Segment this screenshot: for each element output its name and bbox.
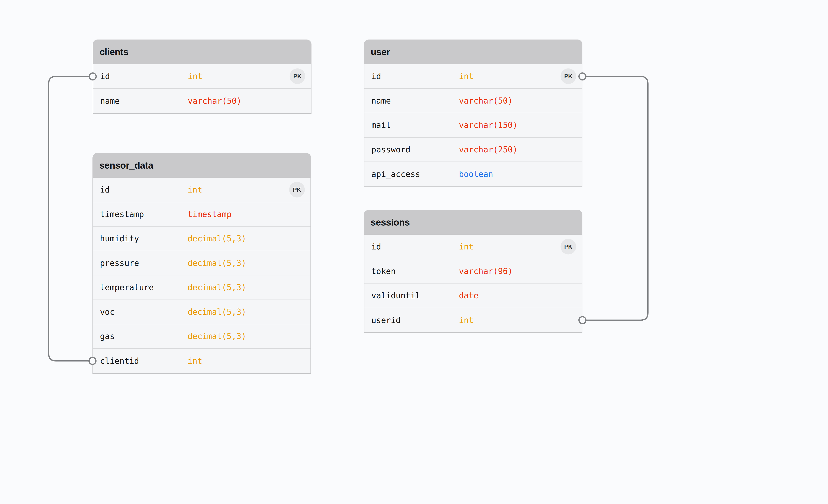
field-row[interactable]: namevarchar(50) bbox=[364, 89, 582, 113]
field-type: varchar(250) bbox=[459, 145, 518, 154]
table-clients[interactable]: clientsidintPKnamevarchar(50) bbox=[93, 40, 312, 114]
field-name: gas bbox=[100, 331, 115, 341]
table-sensor_data[interactable]: sensor_dataidintPKtimestamptimestamphumi… bbox=[92, 153, 311, 374]
field-row[interactable]: validuntildate bbox=[364, 283, 582, 308]
pk-badge: PK bbox=[561, 239, 576, 255]
field-name: name bbox=[371, 96, 391, 105]
field-row[interactable]: temperaturedecimal(5,3) bbox=[93, 275, 310, 300]
table-header[interactable]: sensor_data bbox=[92, 153, 311, 178]
pk-badge: PK bbox=[561, 68, 576, 84]
field-row[interactable]: idintPK bbox=[93, 178, 310, 202]
field-name: validuntil bbox=[371, 291, 420, 300]
table-body: idintPKtimestamptimestamphumiditydecimal… bbox=[92, 178, 311, 374]
field-row[interactable]: timestamptimestamp bbox=[93, 202, 310, 227]
table-user[interactable]: useridintPKnamevarchar(50)mailvarchar(15… bbox=[364, 40, 582, 187]
field-type: decimal(5,3) bbox=[188, 283, 246, 292]
table-title: clients bbox=[99, 46, 128, 57]
field-name: humidity bbox=[100, 234, 139, 243]
field-type: int bbox=[188, 185, 202, 194]
field-name: userid bbox=[371, 316, 401, 325]
field-type: varchar(50) bbox=[459, 96, 513, 105]
field-row[interactable]: passwordvarchar(250) bbox=[364, 138, 582, 162]
table-title: sensor_data bbox=[99, 160, 153, 171]
table-title: sessions bbox=[371, 217, 410, 228]
pk-badge: PK bbox=[289, 182, 305, 197]
field-type: date bbox=[459, 291, 479, 300]
field-row[interactable]: idintPK bbox=[364, 235, 582, 259]
field-name: voc bbox=[100, 307, 115, 317]
field-row[interactable]: tokenvarchar(96) bbox=[364, 259, 582, 284]
table-header[interactable]: clients bbox=[93, 40, 312, 64]
field-row[interactable]: gasdecimal(5,3) bbox=[93, 324, 310, 349]
field-type: varchar(96) bbox=[459, 267, 513, 276]
relation-line[interactable] bbox=[49, 77, 93, 361]
field-name: id bbox=[100, 185, 110, 194]
field-name: clientid bbox=[100, 356, 139, 366]
table-header[interactable]: user bbox=[364, 40, 582, 64]
field-type: int bbox=[188, 72, 202, 81]
field-row[interactable]: namevarchar(50) bbox=[93, 89, 311, 113]
field-row[interactable]: clientidint bbox=[93, 349, 310, 373]
field-type: varchar(150) bbox=[459, 121, 518, 130]
field-type: decimal(5,3) bbox=[188, 331, 246, 341]
field-type: int bbox=[459, 72, 473, 81]
field-name: id bbox=[371, 72, 381, 81]
field-type: decimal(5,3) bbox=[188, 259, 246, 268]
field-row[interactable]: pressuredecimal(5,3) bbox=[93, 251, 310, 276]
field-type: decimal(5,3) bbox=[188, 307, 246, 317]
field-name: mail bbox=[371, 121, 391, 130]
pk-badge: PK bbox=[290, 68, 305, 84]
field-type: varchar(50) bbox=[188, 96, 242, 105]
field-row[interactable]: idintPK bbox=[364, 64, 582, 89]
field-row[interactable]: idintPK bbox=[93, 64, 311, 89]
table-title: user bbox=[371, 46, 390, 57]
field-row[interactable]: api_accessboolean bbox=[364, 162, 582, 186]
field-type: int bbox=[459, 316, 473, 325]
diagram-canvas[interactable]: clientsidintPKnamevarchar(50)sensor_data… bbox=[0, 0, 828, 504]
field-row[interactable]: mailvarchar(150) bbox=[364, 113, 582, 138]
field-type: boolean bbox=[459, 170, 493, 179]
field-name: token bbox=[371, 267, 396, 276]
field-name: timestamp bbox=[100, 210, 144, 219]
field-type: int bbox=[459, 242, 473, 251]
field-type: int bbox=[188, 356, 202, 366]
field-row[interactable]: humiditydecimal(5,3) bbox=[93, 227, 310, 251]
field-name: pressure bbox=[100, 259, 139, 268]
relation-line[interactable] bbox=[582, 77, 648, 320]
field-name: temperature bbox=[100, 283, 154, 292]
table-body: idintPKnamevarchar(50)mailvarchar(150)pa… bbox=[364, 64, 582, 187]
field-name: api_access bbox=[371, 170, 420, 179]
field-name: name bbox=[100, 96, 120, 105]
field-name: id bbox=[371, 242, 381, 251]
field-name: password bbox=[371, 145, 410, 154]
field-type: decimal(5,3) bbox=[188, 234, 246, 243]
field-row[interactable]: useridint bbox=[364, 308, 582, 332]
table-body: idintPKtokenvarchar(96)validuntildateuse… bbox=[364, 235, 582, 333]
field-row[interactable]: vocdecimal(5,3) bbox=[93, 300, 310, 324]
field-type: timestamp bbox=[188, 210, 232, 219]
table-header[interactable]: sessions bbox=[364, 210, 582, 235]
table-sessions[interactable]: sessionsidintPKtokenvarchar(96)validunti… bbox=[364, 210, 582, 333]
table-body: idintPKnamevarchar(50) bbox=[93, 64, 312, 114]
field-name: id bbox=[100, 72, 110, 81]
